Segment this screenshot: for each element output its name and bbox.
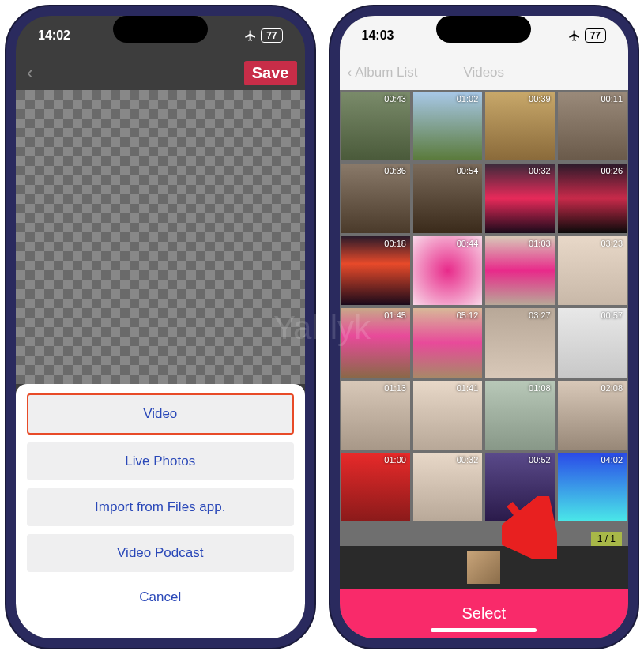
- video-duration: 00:32: [529, 166, 551, 175]
- selected-thumbnail[interactable]: [467, 551, 500, 584]
- video-duration: 01:02: [457, 94, 479, 104]
- video-duration: 03:27: [529, 311, 551, 320]
- screen-editor: 14:02 77 ‹ Save Video Live Photos Import…: [16, 16, 305, 638]
- dynamic-island: [113, 16, 208, 43]
- video-thumbnail[interactable]: 00:32: [413, 453, 482, 521]
- select-button-label: Select: [461, 604, 506, 622]
- video-duration: 00:43: [384, 94, 406, 104]
- sheet-option-video-podcast[interactable]: Video Podcast: [27, 534, 294, 572]
- annotation-arrow-icon: [502, 496, 557, 559]
- video-duration: 00:39: [529, 94, 551, 104]
- video-thumbnail[interactable]: 01:08: [485, 381, 554, 450]
- video-duration: 00:26: [601, 166, 623, 175]
- video-grid: 00:4301:0200:3900:1100:3600:5400:3200:26…: [341, 92, 627, 521]
- status-right: 77: [244, 28, 282, 43]
- video-thumbnail[interactable]: 00:26: [558, 164, 627, 232]
- nav-title: Videos: [463, 65, 504, 81]
- video-thumbnail[interactable]: 01:03: [485, 236, 554, 305]
- home-indicator: [431, 628, 537, 632]
- video-duration: 01:00: [384, 455, 406, 465]
- video-thumbnail[interactable]: 01:02: [413, 92, 482, 160]
- video-duration: 01:13: [384, 383, 406, 393]
- video-duration: 01:41: [457, 383, 479, 393]
- select-button[interactable]: Select: [340, 589, 629, 638]
- video-thumbnail[interactable]: 00:36: [341, 164, 410, 232]
- video-duration: 00:44: [457, 239, 479, 248]
- video-thumbnail[interactable]: 00:18: [341, 236, 410, 305]
- selection-bar: 1 / 1: [340, 546, 629, 589]
- video-thumbnail[interactable]: 00:32: [485, 164, 554, 232]
- video-duration: 05:12: [457, 311, 479, 320]
- nav-bar: ‹ Save: [16, 55, 305, 90]
- video-thumbnail[interactable]: 03:27: [485, 308, 554, 377]
- chevron-left-icon: ‹: [348, 65, 352, 81]
- video-thumbnail[interactable]: 00:11: [558, 92, 627, 160]
- action-sheet: Video Live Photos Import from Files app.…: [16, 384, 305, 638]
- video-duration: 00:11: [601, 94, 623, 104]
- video-thumbnail[interactable]: 01:00: [341, 453, 410, 521]
- video-duration: 00:36: [384, 166, 406, 175]
- save-button[interactable]: Save: [244, 61, 297, 85]
- video-thumbnail[interactable]: 04:02: [558, 453, 627, 521]
- video-duration: 03:23: [601, 239, 623, 248]
- dynamic-island: [436, 16, 531, 43]
- video-thumbnail[interactable]: 05:12: [413, 308, 482, 377]
- video-thumbnail[interactable]: 01:41: [413, 381, 482, 450]
- video-duration: 00:18: [384, 239, 406, 248]
- status-time: 14:03: [362, 28, 394, 43]
- video-grid-container[interactable]: 00:4301:0200:3900:1100:3600:5400:3200:26…: [340, 90, 629, 546]
- video-thumbnail[interactable]: 00:44: [413, 236, 482, 305]
- phone-left: 14:02 77 ‹ Save Video Live Photos Import…: [6, 6, 314, 648]
- sheet-option-import-files[interactable]: Import from Files app.: [27, 488, 294, 526]
- video-thumbnail[interactable]: 02:08: [558, 381, 627, 450]
- video-duration: 01:08: [529, 383, 551, 393]
- airplane-icon: [244, 29, 257, 42]
- video-thumbnail[interactable]: 00:43: [341, 92, 410, 160]
- video-duration: 01:45: [384, 311, 406, 320]
- video-duration: 00:54: [457, 166, 479, 175]
- svg-line-1: [510, 504, 541, 544]
- video-duration: 01:03: [529, 239, 551, 248]
- status-right: 77: [568, 28, 606, 43]
- sheet-option-live-photos[interactable]: Live Photos: [27, 442, 294, 480]
- selection-count-badge: 1 / 1: [591, 532, 622, 546]
- phone-right: 14:03 77 ‹ Album List Videos 00:4301:020…: [330, 6, 638, 648]
- nav-bar: ‹ Album List Videos: [340, 55, 629, 90]
- back-button[interactable]: ‹ Album List: [348, 65, 418, 81]
- video-duration: 00:32: [457, 455, 479, 465]
- video-duration: 00:52: [529, 455, 551, 465]
- video-duration: 02:08: [601, 383, 623, 393]
- video-thumbnail[interactable]: 00:54: [413, 164, 482, 232]
- video-duration: 00:57: [601, 311, 623, 320]
- battery-indicator: 77: [261, 28, 282, 43]
- video-duration: 04:02: [601, 455, 623, 465]
- transparent-canvas[interactable]: [16, 90, 305, 384]
- battery-indicator: 77: [585, 28, 606, 43]
- video-thumbnail[interactable]: 01:13: [341, 381, 410, 450]
- sheet-option-video[interactable]: Video: [27, 393, 294, 435]
- video-thumbnail[interactable]: 01:45: [341, 308, 410, 377]
- back-label: Album List: [355, 65, 417, 81]
- status-time: 14:02: [38, 28, 70, 43]
- back-chevron-icon[interactable]: ‹: [27, 62, 33, 84]
- sheet-cancel-button[interactable]: Cancel: [27, 580, 294, 615]
- video-thumbnail[interactable]: 00:57: [558, 308, 627, 377]
- airplane-icon: [568, 29, 581, 42]
- video-thumbnail[interactable]: 00:39: [485, 92, 554, 160]
- screen-video-picker: 14:03 77 ‹ Album List Videos 00:4301:020…: [340, 16, 629, 638]
- video-thumbnail[interactable]: 03:23: [558, 236, 627, 305]
